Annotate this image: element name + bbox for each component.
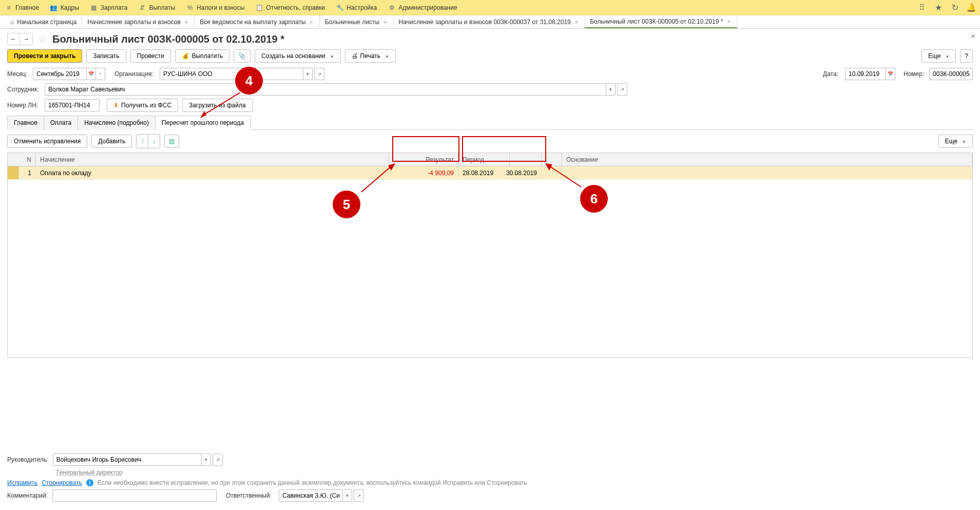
nav-forward-button[interactable]: → xyxy=(20,33,32,45)
star-icon[interactable]: ★ xyxy=(935,4,942,11)
tab-statements[interactable]: Все ведомости на выплату зарплаты× xyxy=(195,15,320,28)
page-title: Больничный лист 00ЗК-000005 от 02.10.201… xyxy=(52,33,284,45)
move-down-button[interactable]: ↓ xyxy=(148,135,160,148)
open-icon[interactable]: ↗ xyxy=(617,83,627,96)
grid-row[interactable]: 1 Оплата по окладу -4 909,09 28.08.2019 … xyxy=(8,166,972,180)
subtab-main[interactable]: Главное xyxy=(7,116,44,130)
printer-icon: 🖨 xyxy=(352,52,358,60)
post-close-button[interactable]: Провести и закрыть xyxy=(7,49,82,63)
menu-settings[interactable]: 🔧Настройка xyxy=(336,4,377,11)
menu-salary[interactable]: ▦Зарплата xyxy=(90,4,128,11)
download-icon: ⬇ xyxy=(113,102,119,109)
close-icon[interactable]: × xyxy=(382,19,388,25)
date-label: Дата: xyxy=(823,70,841,78)
ln-label: Номер ЛН: xyxy=(7,102,41,109)
cell-n: 1 xyxy=(19,166,36,179)
tab-accrual[interactable]: Начисление зарплаты и взносов× xyxy=(82,15,195,28)
cell-base xyxy=(562,166,972,179)
col-header-result[interactable]: Результат xyxy=(389,153,458,166)
cell-accrual: Оплата по окладу xyxy=(36,166,389,179)
table-icon: ▦ xyxy=(90,4,98,11)
save-button[interactable]: Записать xyxy=(86,49,126,63)
callout-5: 5 xyxy=(333,191,360,218)
tab-home[interactable]: ⌂Начальная страница xyxy=(5,15,82,28)
print-button[interactable]: 🖨Печать xyxy=(345,49,396,63)
tab-sicklist-doc[interactable]: Больничный лист 00ЗК-000005 от 02.10.201… xyxy=(585,15,737,28)
cell-period-to: 30.08.2019 xyxy=(510,166,542,179)
calendar-icon[interactable]: 📅 xyxy=(886,68,895,80)
gear-icon: ⚙ xyxy=(388,4,395,11)
month-label: Месяц: xyxy=(7,70,29,78)
chevron-down-icon[interactable]: ▾ xyxy=(303,68,313,80)
tab-accrual-doc[interactable]: Начисление зарплаты и взносов 00ЗК-00003… xyxy=(394,15,585,28)
get-fss-button[interactable]: ⬇Получить из ФСС xyxy=(107,99,178,112)
add-button[interactable]: Добавить xyxy=(91,135,132,148)
tab-sicklists[interactable]: Больничные листы× xyxy=(320,15,394,28)
load-file-button[interactable]: Загрузить из файла xyxy=(182,99,253,112)
help-button[interactable]: ? xyxy=(960,49,973,63)
card-view-button[interactable]: ▤ xyxy=(164,135,179,148)
subtab-recalc[interactable]: Пересчет прошлого периода xyxy=(155,116,251,130)
pay-button[interactable]: 💰Выплатить xyxy=(175,49,230,63)
cell-result: -4 909,09 xyxy=(389,166,458,179)
paperclip-icon: 📎 xyxy=(238,52,246,60)
post-button[interactable]: Провести xyxy=(130,49,171,63)
number-label: Номер: xyxy=(904,70,925,78)
date-field[interactable] xyxy=(845,68,886,80)
col-header-period-to[interactable] xyxy=(510,153,542,166)
recalc-grid: N Начисление Результат Период Основание … xyxy=(7,153,973,358)
org-field[interactable] xyxy=(160,68,303,80)
subtab-payment[interactable]: Оплата xyxy=(44,116,78,130)
attach-button[interactable]: 📎 xyxy=(234,49,251,63)
bell-icon[interactable]: 🔔 xyxy=(968,4,975,11)
row-marker xyxy=(8,166,19,179)
apps-icon[interactable]: ⠿ xyxy=(918,4,926,11)
create-based-button[interactable]: Создать на основании xyxy=(255,49,340,63)
close-page-button[interactable]: × xyxy=(971,32,975,41)
calendar-icon[interactable]: 📅 xyxy=(87,68,96,80)
chevron-down-icon[interactable]: ▾ xyxy=(606,83,616,96)
nav-back-button[interactable]: ← xyxy=(8,33,20,45)
employee-field[interactable] xyxy=(45,83,606,96)
employee-label: Сотрудник: xyxy=(7,86,41,93)
month-field[interactable] xyxy=(33,68,87,80)
money-icon: ⇵ xyxy=(139,4,146,11)
move-up-button[interactable]: ↑ xyxy=(137,135,148,148)
ln-field[interactable] xyxy=(45,99,100,111)
hamburger-icon: ≡ xyxy=(5,4,12,11)
wrench-icon: 🔧 xyxy=(336,4,343,11)
history-icon[interactable]: ↻ xyxy=(951,4,958,11)
close-icon[interactable]: × xyxy=(574,19,579,25)
col-header-period[interactable]: Период xyxy=(458,153,510,166)
subtab-accrued[interactable]: Начислено (подробно) xyxy=(78,116,156,130)
menu-admin[interactable]: ⚙Администрирование xyxy=(388,4,457,11)
menu-payments[interactable]: ⇵Выплаты xyxy=(139,4,175,11)
close-icon[interactable]: × xyxy=(184,19,189,25)
clipboard-icon: 📋 xyxy=(256,4,263,11)
col-header-base[interactable]: Основание xyxy=(562,153,972,166)
menu-hr[interactable]: 👥Кадры xyxy=(50,4,79,11)
open-icon[interactable]: ↗ xyxy=(314,68,324,80)
col-header-n[interactable]: N xyxy=(8,153,36,166)
cell-period-from: 28.08.2019 xyxy=(458,166,510,179)
close-icon[interactable]: × xyxy=(726,18,731,25)
close-icon[interactable]: × xyxy=(309,19,314,25)
document-tabs: ⌂Начальная страница Начисление зарплаты … xyxy=(0,15,980,29)
home-icon: ⌂ xyxy=(10,18,14,26)
callout-6: 6 xyxy=(580,185,608,213)
cancel-corrections-button[interactable]: Отменить исправления xyxy=(7,135,87,148)
wallet-icon: 💰 xyxy=(182,52,189,60)
menu-taxes[interactable]: %Налоги и взносы xyxy=(186,4,244,11)
more-button[interactable]: Еще xyxy=(921,49,956,63)
number-field: 00ЗК-000005 xyxy=(929,68,973,80)
spinner-icon[interactable]: ÷ xyxy=(96,68,105,80)
menu-main[interactable]: ≡Главное xyxy=(5,4,39,11)
people-icon: 👥 xyxy=(50,4,57,11)
col-header-accrual[interactable]: Начисление xyxy=(36,153,389,166)
callout-4: 4 xyxy=(235,67,263,95)
menu-reports[interactable]: 📋Отчетность, справки xyxy=(256,4,325,11)
tab-more-button[interactable]: Еще xyxy=(938,135,973,148)
favorite-star-icon[interactable]: ☆ xyxy=(38,33,47,45)
org-label: Организация: xyxy=(114,70,156,78)
top-menu-bar: ≡Главное 👥Кадры ▦Зарплата ⇵Выплаты %Нало… xyxy=(0,0,980,15)
